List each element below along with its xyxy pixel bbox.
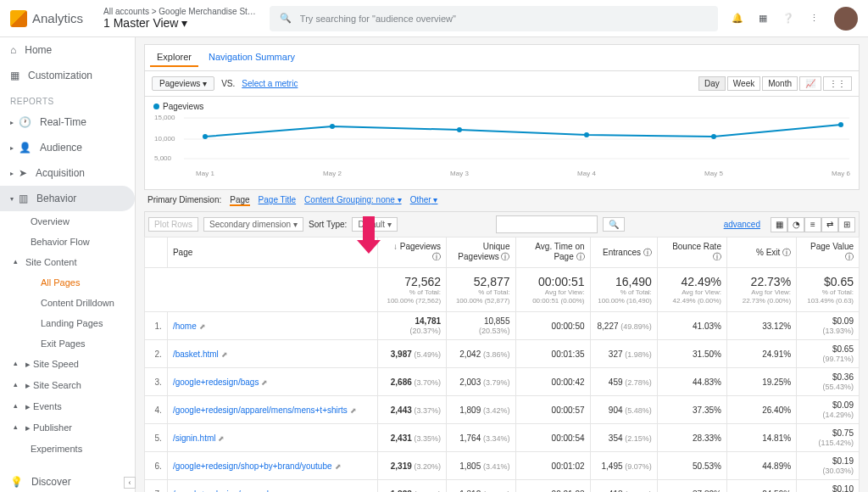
page-link[interactable]: /google+redesign/shop+by+brand/youtube xyxy=(173,461,332,471)
col-entrances[interactable]: Entrances ⓘ xyxy=(590,238,657,268)
nav-publisher[interactable]: ▸ Publisher xyxy=(0,417,135,439)
svg-text:May 6: May 6 xyxy=(832,170,850,177)
nav-customization[interactable]: ▦Customization xyxy=(0,63,135,88)
page-link[interactable]: /home xyxy=(173,321,197,331)
sidebar-collapse-button[interactable]: ‹ xyxy=(124,477,136,489)
view-percent-icon[interactable]: ◔ xyxy=(787,217,804,232)
person-icon: 👤 xyxy=(19,142,31,154)
nav-behavior[interactable]: ▥Behavior xyxy=(0,186,135,211)
nav-landing-pages[interactable]: Landing Pages xyxy=(0,313,135,333)
bell-icon[interactable]: 🔔 xyxy=(732,13,743,24)
table-search-input[interactable] xyxy=(496,215,598,233)
nav-site-content[interactable]: Site Content xyxy=(0,252,135,272)
nav-experiments[interactable]: Experiments xyxy=(0,439,135,459)
nav-acquisition[interactable]: ➤Acquisition xyxy=(0,160,135,186)
search-placeholder: Try searching for "audience overview" xyxy=(300,14,456,24)
table-row: 3. /google+redesign/bags⬈ 2,686 (3.70%) … xyxy=(145,368,860,396)
view-pivot-icon[interactable]: ⊞ xyxy=(838,217,855,232)
nav-discover[interactable]: 💡Discover xyxy=(0,469,135,492)
search-box[interactable]: 🔍 Try searching for "audience overview" xyxy=(270,6,718,31)
nav-realtime[interactable]: 🕐Real-Time xyxy=(0,109,135,135)
dim-page[interactable]: Page xyxy=(230,195,249,206)
external-link-icon[interactable]: ⬈ xyxy=(335,462,342,471)
account-path: All accounts > Google Merchandise St… xyxy=(103,7,256,16)
user-avatar[interactable] xyxy=(834,7,858,31)
plot-rows-button[interactable]: Plot Rows xyxy=(148,217,198,232)
svg-point-10 xyxy=(711,134,716,139)
dim-page-title[interactable]: Page Title xyxy=(259,195,296,206)
col-unique-pageviews[interactable]: Unique Pageviews ⓘ xyxy=(447,238,515,268)
time-week[interactable]: Week xyxy=(727,76,760,91)
table-row: 6. /google+redesign/shop+by+brand/youtub… xyxy=(145,452,860,480)
col-avg-time[interactable]: Avg. Time on Page ⓘ xyxy=(515,238,590,268)
acquisition-icon: ➤ xyxy=(19,167,27,179)
svg-text:May 3: May 3 xyxy=(450,170,469,177)
view-mode-icons: ▦ ◔ ≡ ⇄ ⊞ xyxy=(771,217,855,232)
time-month[interactable]: Month xyxy=(762,76,798,91)
nav-site-search[interactable]: ▸ Site Search xyxy=(0,375,135,396)
secondary-dimension-button[interactable]: Secondary dimension ▾ xyxy=(203,217,303,232)
col-pageviews[interactable]: ↓ Pageviews ⓘ xyxy=(377,238,446,268)
nav-exit-pages[interactable]: Exit Pages xyxy=(0,333,135,354)
select-metric-link[interactable]: Select a metric xyxy=(242,79,298,88)
external-link-icon[interactable]: ⬈ xyxy=(199,322,206,331)
dim-other[interactable]: Other ▾ xyxy=(410,195,438,206)
page-link[interactable]: /signin.html xyxy=(173,433,216,443)
view-comparison-icon[interactable]: ⇄ xyxy=(821,217,838,232)
metric-pill[interactable]: Pageviews ▾ xyxy=(152,76,214,91)
dim-content-grouping[interactable]: Content Grouping: none ▾ xyxy=(304,195,402,206)
product-name: Analytics xyxy=(32,11,83,25)
account-selector[interactable]: All accounts > Google Merchandise St… 1 … xyxy=(103,7,256,30)
external-link-icon[interactable]: ⬈ xyxy=(218,434,225,443)
primary-dimension-row: Primary Dimension: Page Page Title Conte… xyxy=(144,190,860,211)
nav-content-drilldown[interactable]: Content Drilldown xyxy=(0,293,135,313)
pages-table: Page ↓ Pageviews ⓘ Unique Pageviews ⓘ Av… xyxy=(144,237,860,492)
table-search-button[interactable]: 🔍 xyxy=(603,217,625,232)
top-header: Analytics All accounts > Google Merchand… xyxy=(0,0,868,37)
page-link[interactable]: /basket.html xyxy=(173,349,219,359)
left-sidebar: ⌂Home ▦Customization REPORTS 🕐Real-Time … xyxy=(0,37,136,492)
nav-home[interactable]: ⌂Home xyxy=(0,37,135,63)
table-row: 2. /basket.html⬈ 3,987 (5.49%) 2,042 (3.… xyxy=(145,340,860,368)
product-logo[interactable]: Analytics xyxy=(10,10,83,27)
advanced-link[interactable]: advanced xyxy=(724,220,760,229)
behavior-icon: ▥ xyxy=(19,193,28,204)
annotation-arrow xyxy=(363,216,381,254)
nav-all-pages[interactable]: All Pages xyxy=(0,272,135,293)
page-link[interactable]: /google+redesign/bags xyxy=(173,377,259,387)
chart-motion-icon[interactable]: ⋮⋮ xyxy=(823,76,852,91)
more-icon[interactable]: ⋮ xyxy=(810,13,819,24)
external-link-icon[interactable]: ⬈ xyxy=(350,406,357,415)
time-day[interactable]: Day xyxy=(698,76,726,91)
svg-text:May 2: May 2 xyxy=(323,170,342,177)
apps-icon[interactable]: ▦ xyxy=(759,13,767,24)
col-page-value[interactable]: Page Value ⓘ xyxy=(797,238,860,268)
view-table-icon[interactable]: ▦ xyxy=(771,217,787,232)
svg-point-11 xyxy=(838,122,843,127)
bulb-icon: 💡 xyxy=(10,476,23,488)
svg-point-7 xyxy=(330,124,335,129)
external-link-icon[interactable]: ⬈ xyxy=(261,378,268,387)
nav-overview[interactable]: Overview xyxy=(0,211,135,232)
col-page[interactable]: Page xyxy=(167,238,377,268)
nav-events[interactable]: ▸ Events xyxy=(0,396,135,417)
tab-explorer[interactable]: Explorer xyxy=(150,48,198,67)
line-chart-svg: 15,000 10,000 5,000 May 1May 2May 3May 4… xyxy=(153,111,850,179)
help-icon[interactable]: ❔ xyxy=(782,13,794,24)
table-toolbar: Plot Rows Secondary dimension ▾ Sort Typ… xyxy=(144,211,860,237)
view-name: 1 Master View xyxy=(103,16,178,30)
report-tabs: Explorer Navigation Summary xyxy=(144,44,860,71)
summary-row: 72,562% of Total: 100.00% (72,562) 52,87… xyxy=(145,268,860,312)
tab-navigation-summary[interactable]: Navigation Summary xyxy=(202,48,302,67)
col-exit[interactable]: % Exit ⓘ xyxy=(726,238,796,268)
page-link[interactable]: /google+redesign/apparel/mens/mens+t+shi… xyxy=(173,405,348,415)
col-bounce-rate[interactable]: Bounce Rate ⓘ xyxy=(657,238,726,268)
view-performance-icon[interactable]: ≡ xyxy=(804,217,821,232)
external-link-icon[interactable]: ⬈ xyxy=(221,350,228,359)
clock-icon: 🕐 xyxy=(19,116,31,128)
chart-type-icon[interactable]: 📈 xyxy=(799,76,821,91)
nav-behavior-flow[interactable]: Behavior Flow xyxy=(0,232,135,252)
nav-site-speed[interactable]: ▸ Site Speed xyxy=(0,354,135,375)
home-icon: ⌂ xyxy=(10,44,16,56)
nav-audience[interactable]: 👤Audience xyxy=(0,135,135,160)
